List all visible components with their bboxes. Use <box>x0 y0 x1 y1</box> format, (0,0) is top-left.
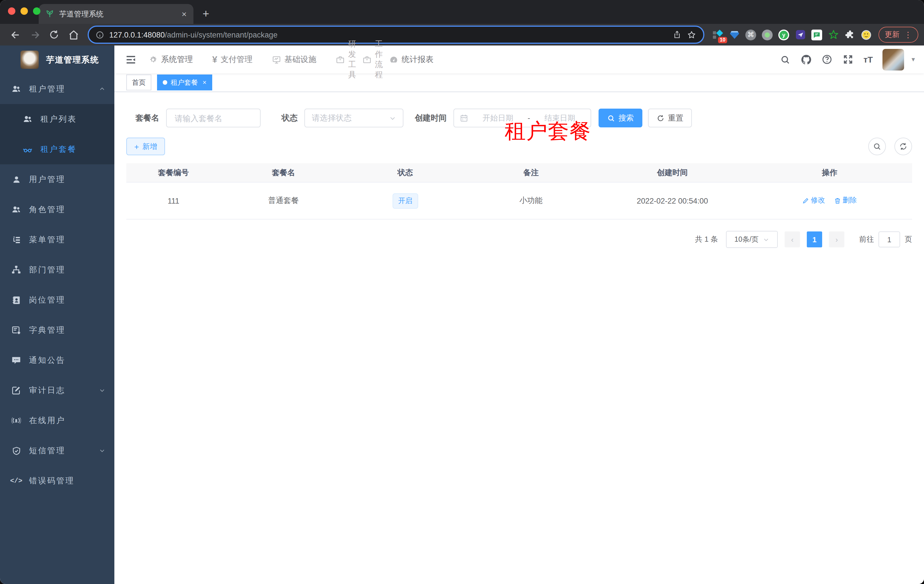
nav-item-reports[interactable]: 统计报表 <box>389 54 434 64</box>
profile-avatar-icon[interactable] <box>861 29 872 40</box>
sidebar-item-dict-management[interactable]: 字典管理 <box>0 315 114 345</box>
nav-item-infrastructure[interactable]: 基础设施 <box>272 54 316 64</box>
extension-gem-icon[interactable] <box>729 29 740 40</box>
sidebar-item-label: 错误码管理 <box>29 475 105 486</box>
sidebar-logo[interactable]: 芋道管理系统 <box>0 46 114 74</box>
github-icon[interactable] <box>800 54 812 65</box>
extension-star-icon[interactable] <box>828 29 839 40</box>
reload-icon[interactable] <box>47 27 61 42</box>
share-icon[interactable] <box>673 30 681 39</box>
bookmark-star-icon[interactable] <box>687 30 696 39</box>
zoom-window-button[interactable] <box>33 7 40 15</box>
extension-chat-icon[interactable] <box>811 29 822 40</box>
status-select[interactable]: 请选择状态 <box>304 109 403 127</box>
nav-item-workflow[interactable]: 工作流程 <box>363 56 370 63</box>
nav-item-payment[interactable]: ¥ 支付管理 <box>212 54 252 64</box>
address-bar[interactable]: 127.0.0.1:48080/admin-ui/system/tenant/p… <box>87 26 705 44</box>
edit-link[interactable]: 修改 <box>802 196 825 206</box>
start-date-placeholder[interactable]: 开始日期 <box>473 113 523 123</box>
add-button[interactable]: + 新增 <box>126 138 165 155</box>
refresh-table-button[interactable] <box>894 138 912 155</box>
sidebar-item-online-users[interactable]: 在线用户 <box>0 405 114 436</box>
sidebar-item-post-management[interactable]: 岗位管理 <box>0 285 114 315</box>
search-icon <box>607 114 615 122</box>
cell-actions: 修改 删除 <box>747 182 912 219</box>
sidebar-item-audit-log[interactable]: 审计日志 <box>0 375 114 405</box>
logo-rabbit-image <box>20 51 39 69</box>
search-button-label: 搜索 <box>619 113 634 123</box>
col-header-created: 创建时间 <box>598 163 747 182</box>
url-host: 127.0.0.1:48080 <box>109 30 165 39</box>
browser-update-button[interactable]: 更新 ⋮ <box>878 27 918 43</box>
tag-close-icon[interactable]: × <box>203 79 206 86</box>
extension-icons: 10 ⌘ y <box>712 29 872 40</box>
trash-icon <box>834 197 841 204</box>
extension-grid-diamond-icon[interactable]: 10 <box>712 29 723 40</box>
nav-item-dev-tools[interactable]: 研发工具 <box>336 56 343 63</box>
date-range-picker[interactable]: 开始日期 - 结束日期 <box>454 109 591 127</box>
edit-pen-icon <box>802 197 809 204</box>
sidebar-item-tenant-management[interactable]: 租户管理 <box>0 74 114 104</box>
search-icon[interactable] <box>779 54 790 65</box>
site-info-icon[interactable] <box>96 30 104 39</box>
sidebar-item-tenant-package[interactable]: 租户套餐 <box>0 134 114 165</box>
sidebar-item-sms-management[interactable]: 短信管理 <box>0 436 114 466</box>
browser-tab[interactable]: 芋道管理系统 × <box>39 4 193 24</box>
user-avatar[interactable] <box>883 49 904 70</box>
table-row: 111 普通套餐 开启 小功能 2022-02-22 00:54:00 <box>126 182 912 219</box>
favicon-leaf-icon <box>46 10 54 18</box>
sidebar-item-label: 菜单管理 <box>29 235 105 245</box>
org-chart-icon <box>12 265 21 275</box>
help-icon[interactable] <box>821 54 833 65</box>
sidebar-item-label: 租户管理 <box>29 84 91 94</box>
col-header-actions: 操作 <box>747 163 912 182</box>
avatar-caret-icon[interactable]: ▼ <box>910 56 916 63</box>
page-size-select[interactable]: 10条/页 <box>726 231 778 248</box>
close-window-button[interactable] <box>8 7 15 15</box>
extension-shield-icon[interactable] <box>795 29 806 40</box>
extensions-puzzle-icon[interactable] <box>844 29 855 40</box>
next-page-button[interactable]: › <box>829 232 844 247</box>
show-search-button[interactable] <box>868 138 886 155</box>
sidebar-item-dept-management[interactable]: 部门管理 <box>0 255 114 285</box>
gear-icon <box>148 55 158 64</box>
home-icon[interactable] <box>66 27 81 42</box>
browser-menu-icon[interactable]: ⋮ <box>904 30 912 39</box>
sidebar-item-notice[interactable]: 通知公告 <box>0 345 114 375</box>
status-label: 状态 <box>282 113 297 123</box>
end-date-placeholder[interactable]: 结束日期 <box>535 113 585 123</box>
package-name-label: 套餐名 <box>135 113 159 123</box>
package-name-input-field[interactable] <box>173 113 253 123</box>
col-header-remark: 备注 <box>464 163 598 182</box>
select-chevron-down-icon <box>389 115 396 122</box>
goto-page-input[interactable] <box>878 232 900 247</box>
font-size-icon[interactable]: тT <box>863 54 873 64</box>
sidebar-item-menu-management[interactable]: 菜单管理 <box>0 225 114 255</box>
forward-icon[interactable] <box>27 27 42 42</box>
current-page[interactable]: 1 <box>807 232 822 247</box>
back-icon[interactable] <box>8 27 23 42</box>
search-button[interactable]: 搜索 <box>599 109 642 127</box>
minimize-window-button[interactable] <box>20 7 28 15</box>
glasses-icon <box>23 145 33 154</box>
tag-home[interactable]: 首页 <box>126 74 151 90</box>
sidebar-item-tenant-list[interactable]: 租户列表 <box>0 104 114 134</box>
new-tab-button[interactable]: + <box>203 7 209 24</box>
extension-command-icon[interactable]: ⌘ <box>745 29 756 40</box>
extension-y-icon[interactable]: y <box>778 29 789 40</box>
tag-tenant-package[interactable]: 租户套餐 × <box>157 74 212 90</box>
sidebar-collapse-icon[interactable] <box>124 52 138 67</box>
sidebar-item-user-management[interactable]: 用户管理 <box>0 165 114 194</box>
fullscreen-icon[interactable] <box>842 54 854 65</box>
tab-close-icon[interactable]: × <box>182 9 186 19</box>
nav-item-system[interactable]: 系统管理 <box>148 54 193 64</box>
extension-green-dot-icon[interactable] <box>762 29 773 40</box>
edit-log-icon <box>12 385 21 395</box>
sidebar-item-error-code[interactable]: </> 错误码管理 <box>0 466 114 496</box>
package-name-input[interactable] <box>166 109 261 127</box>
cell-name: 普通套餐 <box>221 182 346 219</box>
sidebar-item-role-management[interactable]: 角色管理 <box>0 194 114 225</box>
reset-button[interactable]: 重置 <box>648 109 692 127</box>
prev-page-button[interactable]: ‹ <box>785 232 800 247</box>
delete-link[interactable]: 删除 <box>834 196 857 206</box>
